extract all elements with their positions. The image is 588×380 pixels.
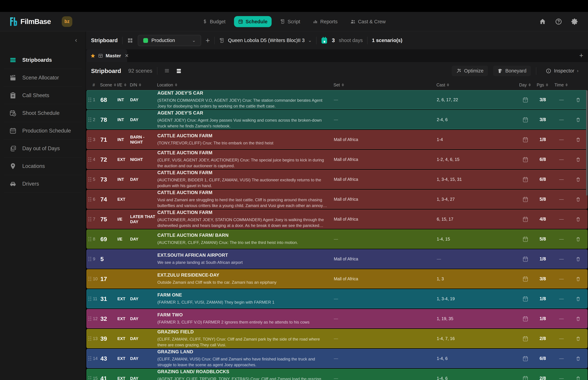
sidebar-item-scene-allocator[interactable]: Scene Allocator [0,69,86,87]
scene-strip-row[interactable]: 168INTDAYAGENT JOEY'S CAR(STATION COMMAN… [86,90,588,109]
day-cell[interactable]: ? [517,276,533,282]
delete-scene-button[interactable] [571,217,585,222]
scene-strip-row[interactable]: 371INTBARN - NIGHTCATTLE AUCTION FARM(TO… [86,130,588,149]
board-grid-icon[interactable] [127,37,133,44]
add-tab-button[interactable]: + [579,52,583,59]
day-cell[interactable]: ? [517,376,533,380]
column-header-ie[interactable]: I/E [117,82,130,87]
drag-handle-icon[interactable] [87,257,93,261]
drag-handle-icon[interactable] [87,217,93,221]
scene-strip-row[interactable]: 775I/ELATER THAT DAYCATTLE AUCTION FARM(… [86,209,588,229]
optimize-button[interactable]: Optimize [452,66,488,76]
sidebar-item-stripboards[interactable]: Stripboards [0,51,86,69]
day-cell[interactable]: ? [517,157,533,162]
drag-handle-icon[interactable] [87,277,93,281]
column-header-cast[interactable]: Cast [436,82,517,87]
drag-handle-icon[interactable] [87,297,93,301]
close-icon[interactable]: ✕ [125,53,129,58]
day-cell[interactable]: ? [517,256,533,262]
day-cell[interactable]: ? [517,296,533,302]
day-cell[interactable]: ? [517,216,533,222]
day-cell[interactable]: ? [517,177,533,182]
delete-scene-button[interactable] [571,376,585,380]
scene-strip-row[interactable]: 1443EXTDAYGRAZING LAND(CLIFF, ZAMANI, VU… [86,349,588,368]
sidebar-item-call-sheets[interactable]: Call Sheets [0,87,86,104]
scene-strip-row[interactable]: 472EXTNIGHTCATTLE AUCTION FARM(CLIFF, VU… [86,150,588,169]
brand[interactable]: FilmBase [10,17,51,27]
drag-handle-icon[interactable] [87,317,93,321]
day-cell[interactable]: ? [517,356,533,361]
scene-strip-row[interactable]: 869I/EDAYCATTLE AUCTION FARM/ BARN(AUCTI… [86,229,588,249]
sidebar-item-production-schedule[interactable]: Production Schedule [0,122,86,140]
sidebar-item-shoot-schedule[interactable]: Shoot Schedule [0,104,86,122]
scene-strip-row[interactable]: 573INTDAYCATTLE AUCTION FARM(AUCTIONEER,… [86,170,588,189]
delete-scene-button[interactable] [571,97,585,102]
day-cell[interactable]: ? [517,236,533,242]
nav-item-reports[interactable]: Reports [309,16,342,27]
column-header-dn[interactable]: D/N [130,82,157,87]
day-cell[interactable]: ? [517,117,533,123]
drag-handle-icon[interactable] [87,237,93,241]
avatar[interactable]: bz [62,16,72,27]
delete-scene-button[interactable] [571,177,585,182]
board-type-dropdown[interactable]: Production ⌄ [138,35,201,46]
drag-handle-icon[interactable] [87,356,93,361]
delete-scene-button[interactable] [571,237,585,242]
sidebar-item-locations[interactable]: Locations [0,157,86,175]
scrollbar-thumb[interactable] [586,90,588,196]
drag-handle-icon[interactable] [87,117,93,122]
nav-item-cast-crew[interactable]: Cast & Crew [346,16,390,27]
day-cell[interactable]: ? [517,137,533,143]
drag-handle-icon[interactable] [87,177,93,182]
column-header-day[interactable]: Day [517,82,533,87]
delete-scene-button[interactable] [571,257,585,262]
scene-strip-row[interactable]: 95EXT.SOUTH AFRICAN AIRPORTWe see a plan… [86,249,588,268]
column-header-set[interactable]: Set [333,82,436,87]
column-header-scene[interactable]: Scene [100,82,117,87]
drag-handle-icon[interactable] [87,337,93,341]
sidebar-item-day-out-of-days[interactable]: Day out of Days [0,140,86,157]
sidebar-collapse-icon[interactable]: ‹ [75,37,77,44]
scene-strip-row[interactable]: 1232EXTDAYFARM TWO(FARMER 3, CLIFF V.O) … [86,309,588,328]
inspector-button[interactable]: Inspector › [541,66,583,76]
nav-item-schedule[interactable]: Schedule [234,16,271,27]
scene-strip-row[interactable]: 674EXTCATTLE AUCTION FARMVusi and Zamani… [86,190,588,209]
drag-handle-icon[interactable] [87,157,93,162]
drag-handle-icon[interactable] [87,376,93,380]
delete-scene-button[interactable] [571,157,585,162]
help-icon[interactable] [555,18,562,25]
delete-scene-button[interactable] [571,197,585,202]
delete-scene-button[interactable] [571,296,585,302]
column-header-pgs[interactable]: Pgs [533,82,552,87]
drag-handle-icon[interactable] [87,98,93,102]
column-header-location[interactable]: Location [157,82,333,87]
day-cell[interactable]: ? [517,316,533,322]
delete-scene-button[interactable] [571,137,585,142]
list-view-icon[interactable] [164,68,170,74]
block-view-icon[interactable] [176,68,182,74]
project-dropdown[interactable]: Queen Lobola D5 (Writers Bloc)II 3 ⌄ [219,38,312,43]
drag-handle-icon[interactable] [87,197,93,201]
delete-scene-button[interactable] [571,356,585,361]
column-header-#[interactable]: # [86,82,100,87]
column-header-time[interactable]: Time [552,82,570,87]
scene-strip-row[interactable]: 1541EXTDAYGRAZING LAND/ ROADBLOCKS(AGENT… [86,369,588,380]
scene-strip-row[interactable]: 1339EXTDAYGRAZING FIELD(CLIFF, ZAMANI, C… [86,329,588,348]
delete-scene-button[interactable] [571,117,585,122]
settings-icon[interactable] [571,18,578,25]
nav-item-budget[interactable]: Budget [198,16,229,27]
day-cell[interactable]: ? [517,97,533,103]
delete-scene-button[interactable] [571,316,585,321]
delete-scene-button[interactable] [571,336,585,341]
delete-scene-button[interactable] [571,276,585,282]
scene-strip-row[interactable]: 1017EXT.ZULU RESIDENCE-DAYOutside Zamani… [86,269,588,288]
sidebar-item-drivers[interactable]: Drivers [0,175,86,193]
day-cell[interactable]: ? [517,196,533,202]
add-board-button[interactable]: + [206,37,210,44]
day-cell[interactable]: ? [517,336,533,342]
drag-handle-icon[interactable] [87,137,93,142]
boneyard-button[interactable]: Boneyard [493,66,531,76]
nav-item-script[interactable]: Script [276,16,304,27]
tab-master[interactable]: Master ✕ [86,49,127,62]
scene-strip-row[interactable]: 1131EXTDAYFARM ONE(FARMER 1, CLIFF, VUSI… [86,289,588,308]
